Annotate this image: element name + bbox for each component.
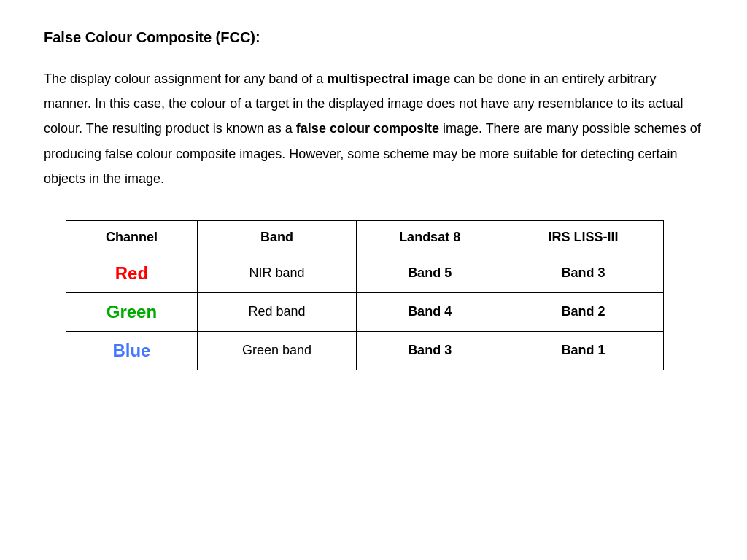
landsat-band5: Band 5 (357, 254, 503, 292)
band-red: Red band (197, 292, 356, 331)
table-row: Blue Green band Band 3 Band 1 (66, 331, 664, 370)
band-green: Green band (197, 331, 356, 370)
channel-blue: Blue (66, 331, 198, 370)
channel-green: Green (66, 292, 198, 331)
header-band: Band (197, 220, 356, 254)
irs-band2: Band 2 (503, 292, 664, 331)
channel-red: Red (66, 254, 198, 292)
fcc-table: Channel Band Landsat 8 IRS LISS-III Red … (66, 220, 664, 370)
irs-band3: Band 3 (503, 254, 664, 292)
paragraph-part1: The display colour assignment for any ba… (44, 71, 327, 86)
paragraph-bold1: multispectral image (327, 71, 450, 86)
body-paragraph: The display colour assignment for any ba… (44, 66, 703, 191)
table-container: Channel Band Landsat 8 IRS LISS-III Red … (66, 220, 681, 370)
landsat-band3: Band 3 (357, 331, 503, 370)
header-irs: IRS LISS-III (503, 220, 664, 254)
page-title: False Colour Composite (FCC): (44, 29, 703, 46)
header-channel: Channel (66, 220, 198, 254)
table-row: Green Red band Band 4 Band 2 (66, 292, 664, 331)
table-row: Red NIR band Band 5 Band 3 (66, 254, 664, 292)
paragraph-bold2: false colour composite (296, 121, 439, 136)
band-nir: NIR band (197, 254, 356, 292)
header-landsat: Landsat 8 (357, 220, 503, 254)
table-header-row: Channel Band Landsat 8 IRS LISS-III (66, 220, 664, 254)
irs-band1: Band 1 (503, 331, 664, 370)
landsat-band4: Band 4 (357, 292, 503, 331)
